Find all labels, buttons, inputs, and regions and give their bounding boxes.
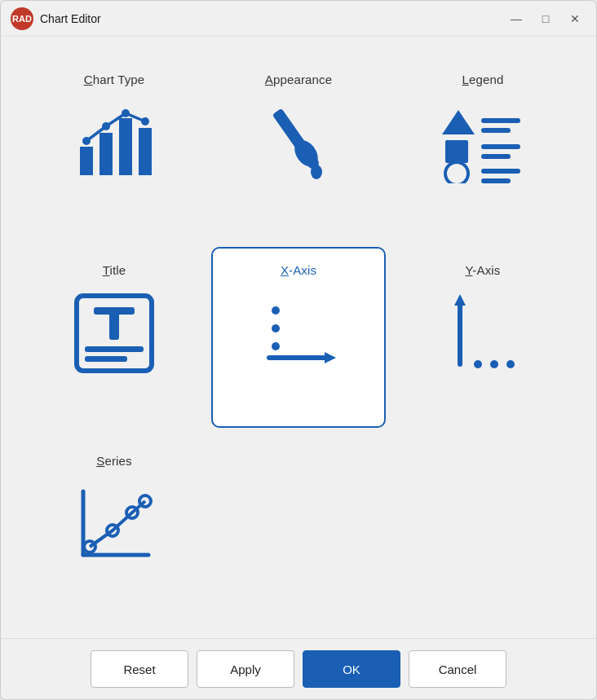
svg-point-26 xyxy=(272,306,280,315)
svg-rect-19 xyxy=(481,169,520,174)
legend-icon xyxy=(438,98,528,187)
svg-rect-14 xyxy=(481,128,511,133)
svg-rect-13 xyxy=(481,118,520,123)
title-label: Title xyxy=(103,263,126,277)
titlebar: RAD Chart Editor — □ ✕ xyxy=(1,1,596,37)
svg-rect-23 xyxy=(109,307,119,340)
grid-item-x-axis[interactable]: X-Axis xyxy=(211,247,386,428)
app-logo: RAD xyxy=(11,7,33,30)
svg-point-28 xyxy=(272,342,280,350)
series-icon xyxy=(69,479,159,569)
x-axis-label: X-Axis xyxy=(281,263,316,277)
logo-text: RAD xyxy=(12,14,32,24)
close-button[interactable]: ✕ xyxy=(564,7,586,30)
svg-rect-2 xyxy=(119,118,132,175)
x-axis-icon xyxy=(254,288,343,378)
grid-item-chart-type[interactable]: Chart Type xyxy=(27,56,201,237)
svg-point-35 xyxy=(506,360,515,368)
svg-rect-20 xyxy=(481,178,511,183)
svg-point-27 xyxy=(272,324,280,332)
grid-item-title[interactable]: Title xyxy=(27,247,201,428)
content-area: Chart Type xyxy=(1,37,596,638)
chart-type-label: Chart Type xyxy=(84,73,145,86)
footer: Reset Apply OK Cancel xyxy=(1,638,596,699)
y-axis-icon xyxy=(438,288,528,378)
svg-point-34 xyxy=(490,360,498,368)
reset-button[interactable]: Reset xyxy=(91,650,188,688)
svg-point-33 xyxy=(474,360,482,368)
window-title: Chart Editor xyxy=(40,12,505,25)
editor-grid: Chart Type xyxy=(27,56,570,619)
title-icon xyxy=(69,288,159,378)
grid-item-y-axis[interactable]: Y-Axis xyxy=(396,247,570,428)
svg-rect-1 xyxy=(100,133,113,175)
ok-button[interactable]: OK xyxy=(303,650,400,688)
svg-marker-12 xyxy=(442,110,475,134)
svg-rect-16 xyxy=(481,144,520,149)
svg-rect-17 xyxy=(481,154,511,159)
svg-marker-30 xyxy=(325,352,336,363)
svg-rect-25 xyxy=(85,356,127,362)
grid-item-appearance[interactable]: Appearance xyxy=(211,56,386,237)
svg-point-18 xyxy=(445,162,468,183)
cancel-button[interactable]: Cancel xyxy=(409,650,506,688)
y-axis-label: Y-Axis xyxy=(466,263,501,277)
grid-item-series[interactable]: Series xyxy=(27,438,201,619)
maximize-button[interactable]: □ xyxy=(534,7,557,30)
appearance-icon xyxy=(254,98,343,187)
appearance-label: Appearance xyxy=(265,73,332,86)
legend-label: Legend xyxy=(462,73,504,86)
apply-button[interactable]: Apply xyxy=(197,650,294,688)
svg-rect-24 xyxy=(85,346,144,352)
svg-rect-0 xyxy=(80,147,93,175)
grid-item-legend[interactable]: Legend xyxy=(396,56,570,237)
chart-editor-window: RAD Chart Editor — □ ✕ Chart Type xyxy=(0,0,597,700)
chart-type-icon xyxy=(69,98,159,187)
svg-rect-3 xyxy=(139,128,152,175)
svg-marker-32 xyxy=(454,294,466,306)
series-label: Series xyxy=(96,454,131,468)
minimize-button[interactable]: — xyxy=(505,7,528,30)
svg-point-11 xyxy=(311,165,322,179)
svg-rect-15 xyxy=(445,140,468,163)
window-controls: — □ ✕ xyxy=(505,7,586,30)
